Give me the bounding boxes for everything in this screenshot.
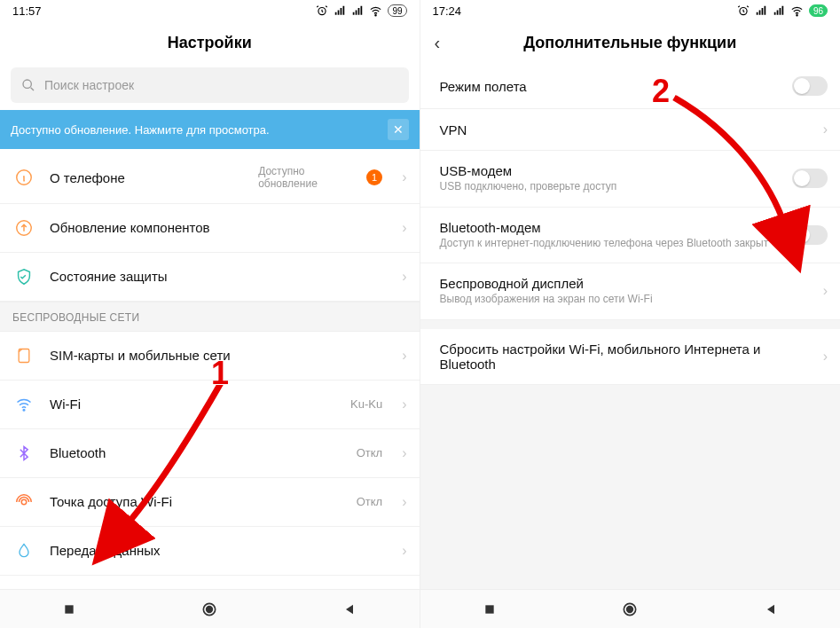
alarm-icon (737, 4, 750, 17)
page-title: Дополнительные функции (523, 34, 736, 52)
battery-indicator: 99 (388, 4, 406, 17)
signal-icon (773, 4, 785, 17)
svg-rect-11 (65, 605, 73, 613)
home-button[interactable] (200, 601, 218, 618)
back-button[interactable]: ‹ (435, 33, 441, 53)
svg-point-6 (23, 409, 25, 411)
status-time: 17:24 (433, 4, 462, 18)
alarm-icon (316, 4, 328, 17)
svg-rect-16 (485, 605, 493, 613)
row-value: Доступно обновление (258, 165, 347, 191)
chevron-right-icon: › (402, 543, 406, 559)
chevron-right-icon: › (402, 220, 406, 236)
row-vpn[interactable]: VPN › (420, 109, 841, 151)
functions-list: Режим полета VPN › USB-модем USB подключ… (420, 64, 841, 589)
svg-point-13 (207, 606, 213, 612)
chevron-right-icon: › (823, 283, 828, 299)
signal-icon (334, 4, 346, 17)
chevron-right-icon: › (402, 445, 406, 461)
drop-icon (12, 539, 35, 562)
svg-point-15 (797, 14, 797, 15)
update-banner[interactable]: Доступно обновление. Нажмите для просмот… (0, 110, 420, 149)
recents-button[interactable] (62, 602, 76, 616)
battery-indicator: 96 (809, 4, 828, 17)
row-sim-cards[interactable]: SIM-карты и мобильные сети › (0, 332, 420, 381)
row-wireless-display[interactable]: Беспроводной дисплей Вывод изображения н… (420, 263, 841, 320)
row-airplane-mode[interactable]: Режим полета (420, 64, 841, 109)
row-bluetooth[interactable]: Bluetooth Откл › (0, 429, 420, 478)
wifi-icon (369, 4, 382, 18)
section-wireless: БЕСПРОВОДНЫЕ СЕТИ (0, 302, 420, 332)
search-placeholder: Поиск настроек (44, 78, 134, 92)
row-value: Откл (357, 446, 383, 459)
chevron-right-icon: › (402, 269, 406, 285)
status-time: 11:57 (12, 4, 42, 18)
svg-point-2 (23, 80, 31, 88)
row-value: Откл (357, 495, 383, 508)
hotspot-icon (12, 491, 35, 514)
sim-icon (12, 344, 35, 367)
signal-icon (351, 4, 364, 17)
back-button[interactable] (764, 602, 778, 616)
row-reset-network[interactable]: Сбросить настройки Wi-Fi, мобильного Инт… (420, 329, 841, 385)
svg-point-7 (21, 499, 27, 505)
toggle-bluetooth-modem[interactable] (792, 225, 828, 245)
row-more-functions[interactable]: Дополнительные функции › (0, 576, 420, 589)
settings-list: О телефоне Доступно обновление 1 › Обнов… (0, 153, 420, 589)
empty-area (420, 385, 841, 589)
info-icon (12, 166, 35, 189)
chevron-right-icon: › (823, 122, 828, 137)
chevron-right-icon: › (823, 349, 828, 365)
row-security-status[interactable]: Состояние защиты › (0, 253, 420, 302)
page-title: Настройки (168, 34, 252, 52)
row-bluetooth-modem[interactable]: Bluetooth-модем Доступ к интернет-подклю… (420, 208, 841, 264)
search-input[interactable]: Поиск настроек (11, 67, 409, 103)
title-bar: Настройки (0, 21, 420, 64)
row-about-phone[interactable]: О телефоне Доступно обновление 1 › (0, 153, 420, 204)
chevron-right-icon: › (402, 494, 406, 510)
toggle-airplane[interactable] (792, 76, 828, 96)
notification-badge: 1 (366, 169, 382, 185)
signal-icon (755, 4, 767, 17)
android-nav-bar (420, 589, 841, 628)
chevron-right-icon: › (402, 169, 406, 185)
back-button[interactable] (342, 602, 357, 616)
wifi-icon (12, 393, 35, 416)
svg-point-1 (375, 14, 376, 15)
row-data-usage[interactable]: Передача данных › (0, 527, 420, 576)
android-nav-bar (0, 589, 420, 628)
row-wifi[interactable]: Wi-Fi Ku-Ku › (0, 381, 420, 429)
toggle-usb-modem[interactable] (792, 169, 828, 188)
shield-icon (12, 265, 35, 288)
phone-settings: 11:57 99 Настройки Поиск настроек Доступ… (0, 0, 420, 628)
search-icon (21, 78, 35, 92)
phone-more-functions: 17:24 96 ‹ Дополнительные функции Режим … (420, 0, 841, 628)
row-hotspot[interactable]: Точка доступа Wi-Fi Откл › (0, 478, 420, 527)
bluetooth-icon (12, 442, 35, 465)
title-bar: ‹ Дополнительные функции (420, 21, 841, 64)
chevron-right-icon: › (402, 348, 406, 364)
home-button[interactable] (621, 601, 639, 618)
banner-text: Доступно обновление. Нажмите для просмот… (11, 123, 270, 137)
close-icon[interactable]: ✕ (388, 119, 409, 140)
status-bar: 17:24 96 (420, 0, 841, 21)
recents-button[interactable] (483, 602, 497, 616)
status-bar: 11:57 99 (0, 0, 420, 21)
svg-point-18 (627, 606, 633, 612)
row-component-updates[interactable]: Обновление компонентов › (0, 204, 420, 253)
row-value: Ku-Ku (350, 397, 382, 411)
row-usb-modem[interactable]: USB-модем USB подключено, проверьте дост… (420, 151, 841, 208)
chevron-right-icon: › (402, 396, 406, 412)
wifi-icon (790, 4, 804, 18)
upload-icon (12, 216, 35, 239)
